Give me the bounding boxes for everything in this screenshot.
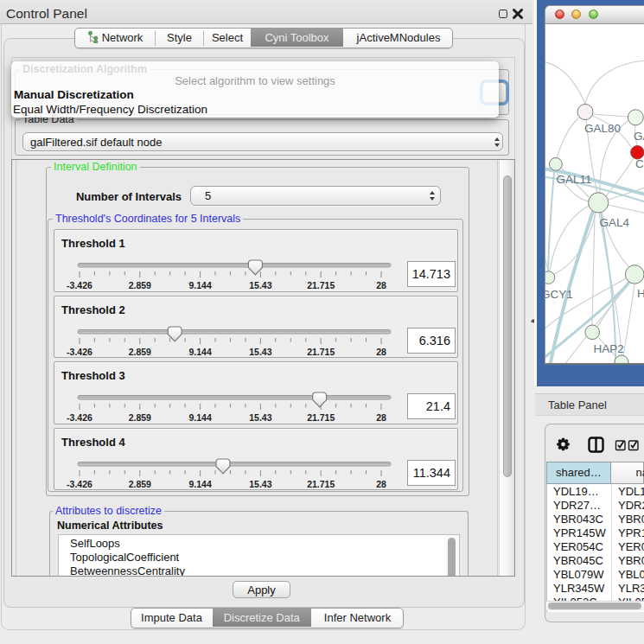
svg-text:21.715: 21.715 <box>307 412 335 423</box>
svg-text:HAP2: HAP2 <box>593 342 623 355</box>
svg-text:-3.426: -3.426 <box>67 280 92 290</box>
svg-text:21.715: 21.715 <box>307 479 335 489</box>
svg-text:9.144: 9.144 <box>188 412 211 423</box>
svg-text:2.859: 2.859 <box>129 280 151 290</box>
svg-text:15.43: 15.43 <box>249 412 271 423</box>
svg-text:15.43: 15.43 <box>249 479 271 489</box>
svg-text:28: 28 <box>376 479 386 489</box>
svg-text:9.144: 9.144 <box>188 347 211 357</box>
svg-text:15.43: 15.43 <box>249 347 271 357</box>
svg-text:-3.426: -3.426 <box>67 412 92 423</box>
svg-text:GAL11: GAL11 <box>557 173 592 186</box>
svg-text:21.715: 21.715 <box>307 347 335 357</box>
svg-text:-3.426: -3.426 <box>67 479 92 489</box>
svg-text:9.144: 9.144 <box>188 280 211 290</box>
svg-text:28: 28 <box>376 347 386 357</box>
svg-text:CD: CD <box>635 157 644 170</box>
svg-text:2.859: 2.859 <box>129 412 151 423</box>
svg-text:H: H <box>637 287 644 300</box>
svg-text:2.859: 2.859 <box>129 479 151 489</box>
svg-text:28: 28 <box>376 280 386 290</box>
svg-text:GCY1: GCY1 <box>545 288 573 301</box>
svg-text:GAL4: GAL4 <box>600 216 630 229</box>
svg-text:28: 28 <box>376 412 386 423</box>
svg-text:2.859: 2.859 <box>129 347 151 357</box>
svg-text:15.43: 15.43 <box>249 280 271 290</box>
svg-text:-3.426: -3.426 <box>67 347 92 357</box>
svg-text:GA: GA <box>634 130 644 143</box>
svg-text:9.144: 9.144 <box>188 479 211 489</box>
svg-text:GAL80: GAL80 <box>584 122 621 135</box>
svg-text:21.715: 21.715 <box>307 280 335 290</box>
